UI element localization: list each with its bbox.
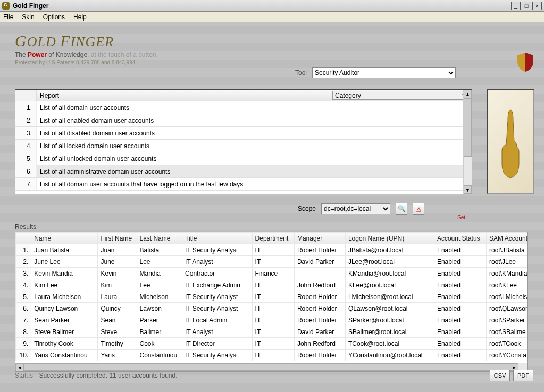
table-cell: IT Exchange Admin [182,279,253,291]
table-cell: Lee [137,256,182,268]
report-row[interactable]: 7.List of all domain user accounts that … [15,178,472,191]
table-cell: root\TCook [486,338,528,350]
report-header[interactable]: Report [37,90,330,101]
table-row[interactable]: 3.Kevin MandiaKevinMandiaContractorFinan… [16,268,528,279]
table-cell: root\LMichels [486,291,528,303]
status-bar: Status Successfully completed. 11 user a… [15,372,178,379]
hscroll-thumb[interactable] [24,363,513,371]
table-cell: Robert Holder [294,303,345,314]
scope-set-button[interactable]: ◬ [413,203,424,215]
table-cell: IT [252,303,294,314]
report-row[interactable]: 5.List of all unlocked domain user accou… [15,152,472,165]
scroll-thumb[interactable] [464,98,472,157]
table-cell: 10. [16,350,31,361]
results-label: Results [15,223,36,231]
table-row[interactable]: 5.Laura MichelsonLauraMichelsonIT Securi… [16,291,528,303]
menu-skin[interactable]: Skin [22,13,34,21]
scroll-up-icon[interactable]: ▲ [464,90,472,98]
report-row-text: List of all domain user accounts [37,104,129,112]
menu-help[interactable]: Help [73,13,87,21]
column-header[interactable]: Manager [294,233,345,244]
table-cell: June [98,256,137,268]
maximize-button[interactable]: □ [522,2,531,10]
table-cell: root\JBatista [486,244,528,256]
table-cell: Laura Michelson [31,291,98,303]
table-cell: Kim Lee [31,279,98,291]
table-cell: 5. [16,291,31,303]
menu-options[interactable]: Options [43,13,65,21]
table-row[interactable]: 9.Timothy CookTimothyCookIT DirectorITJo… [16,338,528,350]
table-row[interactable]: 6.Quincy LawsonQuincyLawsonIT Security A… [16,303,528,314]
table-cell: IT [252,338,294,350]
close-button[interactable]: × [532,2,542,10]
table-cell: IT Security Analyst [182,350,253,361]
table-row[interactable]: 2.June LeeJuneLeeIT AnalystITDavid Parke… [16,256,528,268]
table-cell: 8. [16,326,31,338]
tool-select[interactable]: Security Auditor [312,67,456,78]
table-cell: Robert Holder [294,244,345,256]
report-scrollbar[interactable]: ▲ ▼ [463,90,472,194]
table-row[interactable]: 7.Sean ParkerSeanParkerIT Local AdminITR… [16,314,528,326]
table-cell: Enabled [434,350,486,361]
table-cell: LMichelson@root.local [345,291,434,303]
column-header[interactable]: Logon Name (UPN) [345,233,434,244]
table-cell: Enabled [434,268,486,279]
table-cell: Quincy [98,303,137,314]
column-header[interactable]: Last Name [137,233,182,244]
column-header[interactable]: Title [182,233,253,244]
table-cell: Enabled [434,291,486,303]
table-cell: IT [252,244,294,256]
results-hscrollbar[interactable]: ◄ ► [15,363,518,371]
scope-label: Scope [298,205,316,212]
results-table: NameFirst NameLast NameTitleDepartmentMa… [15,232,528,372]
table-cell: Lawson [137,303,182,314]
report-row[interactable]: 6.List of all administrative domain user… [15,165,472,178]
table-cell: Enabled [434,279,486,291]
category-select[interactable]: Category [332,91,470,100]
scroll-down-icon[interactable]: ▼ [464,185,472,194]
table-cell: IT Analyst [182,326,253,338]
tagline: The Power of Knowledge, at the touch of … [15,51,529,58]
report-row-num: 1. [15,101,37,114]
table-cell: Timothy [98,338,137,350]
table-cell: 1. [16,244,31,256]
column-header[interactable]: Account Status [434,233,486,244]
table-cell: Robert Holder [294,314,345,326]
scope-search-button[interactable]: 🔍 [396,203,407,215]
table-row[interactable]: 1.Juan BatistaJuanBatistaIT Security Ana… [16,244,528,256]
table-cell: SParker@root.local [345,314,434,326]
table-cell: KLee@root.local [345,279,434,291]
report-row[interactable]: 2.List of all enabled domain user accoun… [15,114,472,127]
table-cell: Enabled [434,338,486,350]
export-pdf-button[interactable]: PDF [513,370,533,381]
minimize-button[interactable]: _ [511,2,521,10]
table-cell: root\QLawson [486,303,528,314]
report-row[interactable]: 3.List of all disabled domain user accou… [15,127,472,140]
window-title: Gold Finger [13,2,48,10]
report-row[interactable]: 4.List of all locked domain user account… [15,140,472,152]
table-cell: Juan [98,244,137,256]
table-cell: Cook [137,338,182,350]
table-cell: IT [252,279,294,291]
table-cell: KMandia@root.local [345,268,434,279]
report-row[interactable]: 1.List of all domain user accounts [15,101,472,114]
table-row[interactable]: 4.Kim LeeKimLeeIT Exchange AdminITJohn R… [16,279,528,291]
table-cell: Quincy Lawson [31,303,98,314]
column-header[interactable]: First Name [98,233,137,244]
column-header[interactable]: Name [31,233,98,244]
scroll-left-icon[interactable]: ◄ [15,363,24,372]
table-cell: root\YConsta [486,350,528,361]
status-text: Successfully completed. 11 user accounts… [39,372,177,379]
column-header[interactable]: Department [252,233,294,244]
table-cell: 9. [16,338,31,350]
menu-file[interactable]: File [3,13,13,21]
table-cell: Enabled [434,256,486,268]
search-icon: 🔍 [398,205,406,212]
report-row-num: 3. [15,127,37,139]
column-header[interactable]: SAM Account [486,233,528,244]
table-row[interactable]: 8.Steve BallmerSteveBallmerIT AnalystITD… [16,326,528,338]
table-cell: JLee@root.local [345,256,434,268]
table-row[interactable]: 10.Yaris ConstantinouYarisConstantinouIT… [16,350,528,361]
export-csv-button[interactable]: CSV [490,370,510,381]
scope-select[interactable]: dc=root,dc=local [321,203,390,214]
